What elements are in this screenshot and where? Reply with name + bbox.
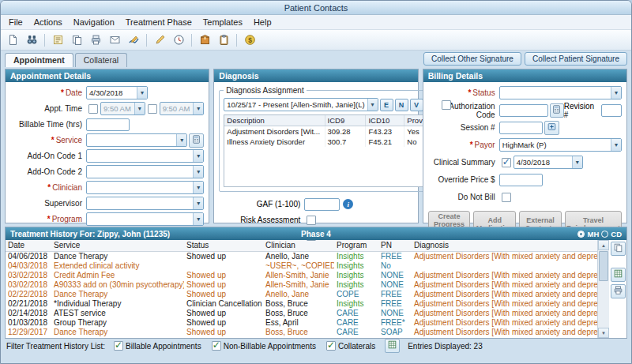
scrollbar-track[interactable] <box>598 250 609 328</box>
edit-diagnosis-button[interactable]: E <box>380 99 393 111</box>
chevron-down-icon[interactable]: ▾ <box>193 103 203 114</box>
chevron-down-icon[interactable]: ▾ <box>611 139 621 151</box>
clinician-select[interactable]: ▾ <box>86 181 204 194</box>
appt-time-end-checkbox[interactable] <box>148 104 157 114</box>
billable-time-input[interactable] <box>86 118 130 131</box>
table-row[interactable]: 03/02/2018Credit Admin FeeShowed upAllen… <box>6 271 597 280</box>
chevron-down-icon[interactable]: ▾ <box>193 197 203 209</box>
date-select[interactable]: 4/30/2018▾ <box>86 86 148 99</box>
clinical-summary-checkbox[interactable] <box>502 158 511 167</box>
program-select[interactable]: ▾ <box>86 212 204 226</box>
override-price-input[interactable] <box>499 174 543 186</box>
export-list-button[interactable] <box>385 339 400 353</box>
new-diagnosis-button[interactable]: N <box>395 99 408 111</box>
authorization-code-input[interactable] <box>499 104 548 117</box>
notes-icon[interactable] <box>49 32 66 48</box>
cd-radio[interactable] <box>601 231 608 238</box>
scrollbar-thumb[interactable] <box>599 251 608 281</box>
table-row[interactable]: 02/22/2018Dance TherapyShowed upAnello, … <box>6 290 597 299</box>
table-row[interactable]: 02/21/2018*Individual TherapyClinician C… <box>6 299 597 309</box>
scroll-up-icon[interactable]: ▲ <box>598 240 609 250</box>
titlebar[interactable]: Patient Contacts <box>1 1 631 15</box>
del-checkbox[interactable] <box>442 100 451 110</box>
chevron-down-icon[interactable]: ▾ <box>193 182 203 193</box>
menu-item-help[interactable]: Help <box>248 17 277 28</box>
session-input[interactable] <box>499 122 543 134</box>
tab-appointment[interactable]: Appointment <box>5 53 73 67</box>
risk-assessment-checkbox[interactable] <box>307 216 316 225</box>
menu-item-navigation[interactable]: Navigation <box>68 17 120 28</box>
chevron-down-icon[interactable]: ▾ <box>176 134 186 146</box>
table-row[interactable]: Illness Anxiety Disorder300.7F45.21No <box>224 137 452 147</box>
search-icon[interactable] <box>23 32 40 48</box>
collect-patient-signature-button[interactable]: Collect Patient Signature <box>525 52 627 66</box>
cell-icd10: F43.23 <box>366 126 404 137</box>
email-icon[interactable] <box>106 32 123 48</box>
diagnosis-column-icd10: ICD10 <box>366 115 404 126</box>
view-diagnosis-button[interactable]: V <box>410 99 423 111</box>
new-document-icon[interactable] <box>4 32 21 48</box>
do-not-bill-checkbox[interactable] <box>502 193 511 202</box>
info-icon[interactable]: i <box>343 199 353 209</box>
print-history-button[interactable] <box>611 284 626 298</box>
menu-item-templates[interactable]: Templates <box>198 17 248 28</box>
clinical-summary-date-select[interactable]: 4/30/2018▾ <box>514 156 583 169</box>
chevron-down-icon[interactable]: ▾ <box>193 150 203 162</box>
collaterals-checkbox[interactable] <box>326 341 336 351</box>
chevron-down-icon[interactable]: ▾ <box>193 213 203 225</box>
table-row[interactable]: 03/02/2018A90333 add on (30min psycother… <box>6 280 597 290</box>
table-row[interactable]: 12/29/2017Dance TherapyShowed upBoss, Br… <box>6 328 597 337</box>
chevron-down-icon[interactable]: ▾ <box>193 166 203 178</box>
copy-history-button[interactable] <box>611 242 626 256</box>
signature-icon[interactable] <box>125 32 142 48</box>
chevron-down-icon[interactable]: ▾ <box>367 99 378 111</box>
mh-radio[interactable] <box>577 231 585 238</box>
collect-other-signature-button[interactable]: Collect Other Signature <box>423 52 521 66</box>
copy-icon[interactable] <box>68 32 85 48</box>
authorization-lookup-button[interactable] <box>550 103 564 118</box>
billable-appointments-checkbox[interactable] <box>114 341 123 351</box>
diagnosis-assignment-select[interactable]: 10/25/17 - Present [Allen-Smith, Janie](… <box>224 98 378 111</box>
addon-code-2-select[interactable]: ▾ <box>86 165 204 178</box>
session-copy-button[interactable] <box>544 121 559 135</box>
revision-input[interactable] <box>601 104 622 117</box>
service-lookup-button[interactable] <box>189 133 204 148</box>
tab-collateral[interactable]: Collateral <box>75 53 127 67</box>
table-row[interactable]: 04/03/2018Extended clinical activity~USE… <box>6 261 597 271</box>
history-scrollbar[interactable]: ▲ ▼ <box>597 240 609 338</box>
cell-date: 04/03/2018 <box>6 261 51 271</box>
export-history-button[interactable] <box>611 268 626 282</box>
chevron-down-icon[interactable]: ▾ <box>611 87 621 99</box>
diagnosis-table-body: Adjustment Disorders [Wit...309.28F43.23… <box>224 126 452 148</box>
chevron-down-icon[interactable]: ▾ <box>572 156 582 168</box>
scroll-down-icon[interactable]: ▼ <box>598 328 609 338</box>
status-select[interactable]: ▾ <box>499 86 622 99</box>
service-select[interactable]: ▾ <box>86 133 187 147</box>
billing-icon[interactable]: $ <box>241 32 258 48</box>
table-row[interactable]: 01/03/2018Group TherapyShowed upEss, Apr… <box>6 318 597 328</box>
chevron-down-icon[interactable]: ▾ <box>134 103 145 114</box>
supervisor-select[interactable]: ▾ <box>86 197 204 210</box>
table-row[interactable]: 02/14/2018ATEST serviceShowed upBoss, Br… <box>6 309 597 318</box>
appt-time-start-checkbox[interactable] <box>88 104 98 114</box>
non-billable-appointments-checkbox[interactable] <box>212 341 221 351</box>
table-row[interactable]: Adjustment Disorders [Wit...309.28F43.23… <box>224 126 452 137</box>
edit-icon[interactable] <box>151 32 168 48</box>
menu-item-actions[interactable]: Actions <box>28 17 68 28</box>
cell-clinician: Allen-Smith, Janie <box>263 271 334 280</box>
appt-time-end-select[interactable]: 9:50 AM▾ <box>160 102 205 115</box>
cell-service: Dance Therapy <box>51 251 184 261</box>
package-icon[interactable] <box>196 32 213 48</box>
table-row[interactable]: 04/06/2018Dance TherapyShowed upAnello, … <box>6 251 597 261</box>
addon-code-1-select[interactable]: ▾ <box>86 149 204 163</box>
menu-item-treatment-phase[interactable]: Treatment Phase <box>120 17 198 28</box>
print-icon[interactable] <box>87 32 104 48</box>
appt-time-start-select[interactable]: 9:50 AM▾ <box>100 102 145 115</box>
chevron-down-icon[interactable]: ▾ <box>137 87 147 99</box>
schedule-icon[interactable] <box>170 32 187 48</box>
menu-item-file[interactable]: File <box>3 17 28 28</box>
cell-diagnosis <box>412 261 597 271</box>
clipboard-icon[interactable] <box>215 32 232 48</box>
gaf-input[interactable] <box>304 198 340 211</box>
payor-select[interactable]: HighMark (P)▾ <box>499 138 622 152</box>
